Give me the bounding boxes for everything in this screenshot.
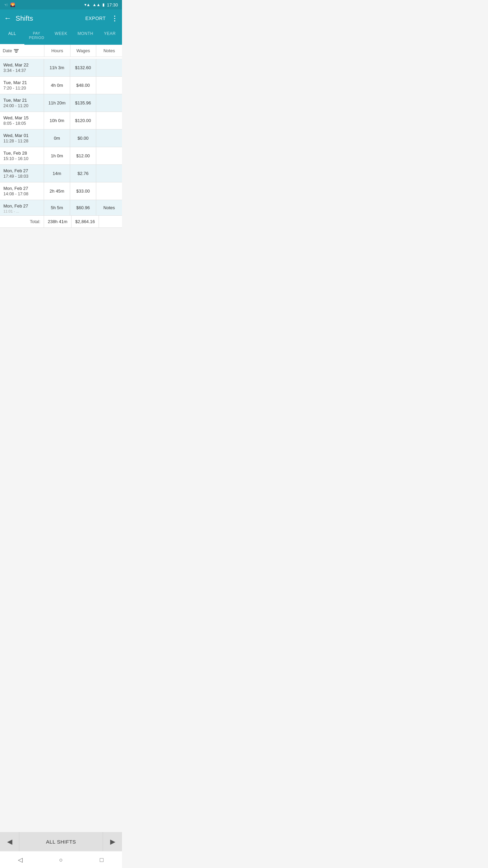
table-row[interactable]: Tue, Mar 21 7:20 - 11:20 4h 0m $48.00	[0, 77, 122, 94]
tab-bar: ALL PAYPERIOD WEEK MONTH YEAR	[0, 27, 122, 45]
table-row[interactable]: Tue, Feb 28 15:10 - 16:10 1h 0m $12.00	[0, 147, 122, 165]
row-hours: 0m	[44, 130, 70, 147]
app-bar: ← Shifts EXPORT ⋮	[0, 9, 122, 27]
table-row[interactable]: Tue, Mar 21 24:00 - 11:20 11h 20m $135.9…	[0, 94, 122, 112]
app-bar-right: EXPORT ⋮	[85, 14, 118, 22]
export-button[interactable]: EXPORT	[85, 16, 106, 21]
table-header: Date Hours Wages Notes	[0, 45, 122, 57]
row-wages: $2.76	[70, 165, 96, 182]
row-notes	[96, 182, 122, 200]
row-date: Mon, Feb 27 11:01 - ...	[0, 200, 44, 215]
table-row[interactable]: Mon, Feb 27 17:49 - 18:03 14m $2.76	[0, 165, 122, 182]
table-row[interactable]: Wed, Mar 15 8:05 - 18:05 10h 0m $120.00	[0, 112, 122, 130]
row-wages: $12.00	[70, 147, 96, 164]
row-notes	[96, 112, 122, 129]
row-notes: Notes	[96, 200, 122, 215]
app-bar-title: Shifts	[16, 15, 33, 22]
col-header-notes: Notes	[96, 45, 122, 57]
total-label: Total:	[0, 216, 44, 228]
wifi-icon: ▾▲	[84, 2, 90, 7]
row-date: Tue, Mar 21 7:20 - 11:20	[0, 77, 44, 94]
row-notes	[96, 77, 122, 94]
table-row[interactable]: Mon, Feb 27 14:08 - 17:08 2h 45m $33.00	[0, 182, 122, 200]
col-header-hours: Hours	[44, 45, 70, 57]
status-bar-right-icons: ▾▲ ▲▲ ▮ 17:30	[84, 2, 118, 7]
table-row[interactable]: Wed, Mar 22 3:34 - 14:37 11h 3m $132.60	[0, 59, 122, 77]
row-notes	[96, 94, 122, 112]
tab-week[interactable]: WEEK	[49, 27, 73, 44]
table-row[interactable]: Wed, Mar 01 11:28 - 11:28 0m $0.00	[0, 130, 122, 147]
row-wages: $135.96	[70, 94, 96, 112]
table-row[interactable]: Mon, Feb 27 11:01 - ... 5h 5m $60.96 Not…	[0, 200, 122, 216]
row-wages: $120.00	[70, 112, 96, 129]
row-date: Tue, Feb 28 15:10 - 16:10	[0, 147, 44, 164]
row-notes	[96, 59, 122, 76]
tab-all[interactable]: ALL	[0, 27, 24, 44]
app-bar-left: ← Shifts	[4, 14, 33, 23]
row-hours: 2h 45m	[44, 182, 70, 200]
row-hours: 5h 5m	[44, 200, 70, 215]
row-wages: $0.00	[70, 130, 96, 147]
col-header-wages: Wages	[70, 45, 96, 57]
row-hours: 10h 0m	[44, 112, 70, 129]
row-wages: $48.00	[70, 77, 96, 94]
total-notes-empty	[99, 216, 122, 228]
touch-icon: ☜	[4, 2, 8, 7]
row-date: Mon, Feb 27 17:49 - 18:03	[0, 165, 44, 182]
row-wages: $60.96	[70, 200, 96, 215]
shifts-table: Date Hours Wages Notes Wed, Mar 22 3:34 …	[0, 45, 122, 228]
row-hours: 14m	[44, 165, 70, 182]
row-date: Wed, Mar 15 8:05 - 18:05	[0, 112, 44, 129]
row-hours: 11h 3m	[44, 59, 70, 76]
status-bar-left-icons: ☜ 🌄	[4, 2, 15, 7]
tab-year[interactable]: YEAR	[98, 27, 122, 44]
time-display: 17:30	[107, 2, 118, 7]
row-hours: 1h 0m	[44, 147, 70, 164]
row-date: Wed, Mar 22 3:34 - 14:37	[0, 59, 44, 76]
back-button[interactable]: ←	[4, 14, 12, 23]
status-bar: ☜ 🌄 ▾▲ ▲▲ ▮ 17:30	[0, 0, 122, 9]
filter-icon[interactable]	[14, 49, 19, 53]
row-date: Tue, Mar 21 24:00 - 11:20	[0, 94, 44, 112]
overflow-menu-button[interactable]: ⋮	[111, 14, 118, 22]
row-wages: $132.60	[70, 59, 96, 76]
signal-icon: ▲▲	[93, 2, 101, 7]
tab-month[interactable]: MONTH	[73, 27, 98, 44]
total-hours: 238h 41m	[44, 216, 72, 228]
row-notes	[96, 130, 122, 147]
tab-pay-period[interactable]: PAYPERIOD	[24, 27, 49, 44]
row-hours: 4h 0m	[44, 77, 70, 94]
image-icon: 🌄	[10, 2, 15, 7]
row-date: Wed, Mar 01 11:28 - 11:28	[0, 130, 44, 147]
row-hours: 11h 20m	[44, 94, 70, 112]
row-notes	[96, 165, 122, 182]
total-row: Total: 238h 41m $2,864.16	[0, 216, 122, 228]
col-header-date: Date	[0, 45, 44, 57]
battery-icon: ▮	[102, 2, 105, 7]
row-notes	[96, 147, 122, 164]
total-wages: $2,864.16	[72, 216, 99, 228]
row-wages: $33.00	[70, 182, 96, 200]
row-date: Mon, Feb 27 14:08 - 17:08	[0, 182, 44, 200]
